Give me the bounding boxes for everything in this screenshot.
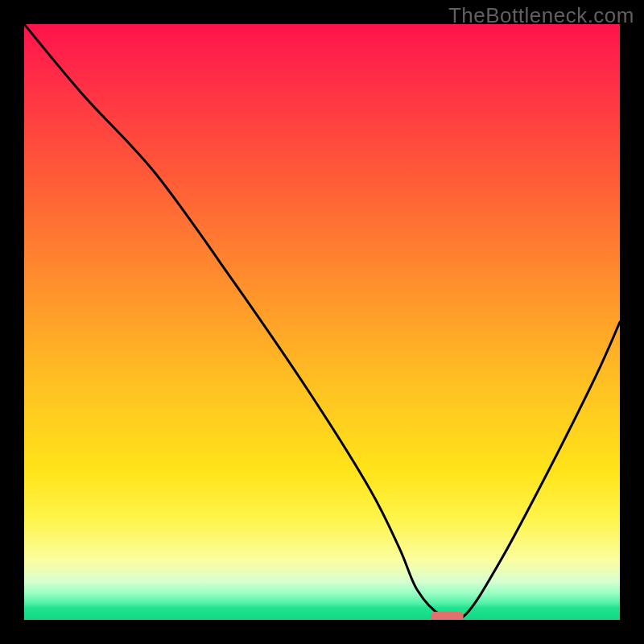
watermark-text: TheBottleneck.com [448,3,634,28]
chart-frame: TheBottleneck.com [0,0,644,644]
bottleneck-curve [24,24,620,620]
plot-area [24,24,620,620]
curve-svg [24,24,620,620]
optimal-marker [431,612,464,620]
